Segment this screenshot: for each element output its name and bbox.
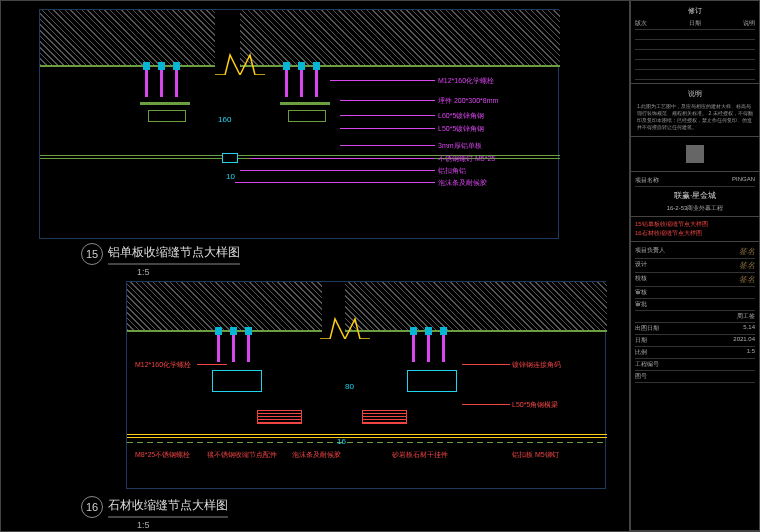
concrete-hatch	[240, 10, 560, 65]
row-label: 图号	[635, 372, 647, 381]
row-val: 2021.04	[733, 336, 755, 345]
anchor-bolt	[427, 327, 430, 362]
detail-number-badge: 16	[81, 496, 103, 518]
rev-col: 版次	[635, 19, 647, 28]
revision-header: 修订	[635, 4, 755, 18]
dim-160: 160	[218, 115, 231, 124]
anchor-bolt	[145, 62, 148, 97]
anchor-bolt	[412, 327, 415, 362]
notes-text: 1.此图为工艺图中，及应与相应的建材大样、标高与现行装饰规范、规程相关标准。 2…	[635, 101, 755, 133]
leader-line	[340, 128, 435, 129]
concrete-hatch	[40, 10, 215, 65]
angle-steel	[148, 110, 186, 122]
detail-number-badge: 15	[81, 243, 103, 265]
anchor-bolt	[300, 62, 303, 97]
revision-block: 修订 版次日期说明	[631, 1, 759, 84]
aluminum-panel	[40, 155, 222, 159]
leader-line	[235, 182, 435, 183]
break-line-icon	[215, 50, 265, 75]
joint-sealant	[222, 153, 238, 163]
leader-line	[250, 158, 435, 159]
detail-16-scale: 1:5	[137, 520, 150, 530]
detail-16-frame: 80 16 M12*160化学螺栓 M8*25不锈钢螺栓 毯不锈钢收缩节点配件 …	[126, 281, 606, 489]
label-bolt: M12*160化学螺栓	[438, 76, 494, 86]
embed-plate	[140, 102, 190, 105]
steel-bracket	[212, 370, 262, 392]
dim-10: 10	[226, 172, 235, 181]
detail-15-scale: 1:5	[137, 267, 150, 277]
label-r-2: 铝扣板 M5铆钉	[512, 450, 559, 460]
anchor-bolt	[217, 327, 220, 362]
label-embed: 埋件 200*300*8mm	[438, 96, 498, 106]
label-l-2: 毯不锈钢收缩节点配件	[207, 450, 277, 460]
project-label: 项目名称	[635, 176, 659, 185]
leader-line	[197, 364, 227, 365]
drawing-title-block: 15铝单板收缩缝节点大样图 16石材收缩缝节点大样图	[631, 217, 759, 242]
project-block: 项目名称PINGAN 联赢·星金城 16-2-53商业外幕工程	[631, 172, 759, 217]
label-l-1: M8*25不锈钢螺栓	[135, 450, 190, 460]
detail-15-title-row: 15 铝单板收缩缝节点大样图	[81, 243, 240, 265]
anchor-bolt	[175, 62, 178, 97]
drawing-canvas: 160 10 M12*160化学螺栓 埋件 200*300*8mm L60*5镀…	[0, 0, 630, 532]
angle-steel	[288, 110, 326, 122]
slab-edge	[127, 330, 322, 332]
anchor-bolt	[442, 327, 445, 362]
break-line-icon	[320, 314, 370, 339]
row-val: 5.14	[743, 324, 755, 333]
notes-title: 说明	[635, 87, 755, 101]
anchor-bolt	[247, 327, 250, 362]
row-val: 1:5	[747, 348, 755, 357]
stone-line	[127, 434, 607, 438]
leader-line	[340, 100, 435, 101]
title-block: 修订 版次日期说明 说明 1.此图为工艺图中，及应与相应的建材大样、标高与现行装…	[630, 0, 760, 532]
signature-block: 项目负责人签名 设计签名 校核签名 审核 审批 周工签 出图日期5.14 日期2…	[631, 242, 759, 531]
row-label: 比例	[635, 348, 647, 357]
dim-80: 80	[345, 382, 354, 391]
detail-16-title-row: 16 石材收缩缝节点大样图	[81, 496, 228, 518]
row-label: 出图日期	[635, 324, 659, 333]
company-logo-icon	[686, 145, 704, 163]
label-screw: 不锈钢螺钉 M5*25	[438, 154, 495, 164]
detail-15-frame: 160 10 M12*160化学螺栓 埋件 200*300*8mm L60*5镀…	[39, 9, 559, 239]
leader-line	[240, 170, 435, 171]
anchor-bolt	[285, 62, 288, 97]
project-sub: 16-2-53商业外幕工程	[635, 204, 755, 213]
row-label: 项目负责人	[635, 246, 665, 257]
centerline	[127, 442, 607, 443]
leader-line	[462, 364, 510, 365]
project-name: PINGAN	[732, 176, 755, 185]
label-clip: 铝扣角铝	[438, 166, 466, 176]
embed-plate	[280, 102, 330, 105]
label-l-0: M12*160化学螺栓	[135, 360, 191, 370]
stone-panel	[362, 410, 407, 424]
detail-15-title: 铝单板收缩缝节点大样图	[108, 244, 240, 265]
row-label: 日期	[635, 336, 647, 345]
label-sealant: 泡沫条及耐候胶	[438, 178, 487, 188]
stone-panel	[257, 410, 302, 424]
leader-line	[462, 404, 510, 405]
label-r-0: 镀锌钢连接角码	[512, 360, 561, 370]
label-r-3: 砂岩板石材干挂件	[392, 450, 448, 460]
slab-edge	[345, 330, 607, 332]
drawing-title-2: 16石材收缩缝节点大样图	[635, 229, 755, 238]
signature-icon: 签名	[739, 246, 755, 257]
rev-col: 日期	[689, 19, 701, 28]
row-label: 校核	[635, 274, 647, 285]
label-l-3: 泡沫条及耐候胶	[292, 450, 341, 460]
label-angle50: L50*5镀锌角钢	[438, 124, 484, 134]
concrete-hatch	[127, 282, 322, 330]
company-logo-box	[631, 137, 759, 172]
signature-icon: 签名	[739, 274, 755, 285]
anchor-bolt	[232, 327, 235, 362]
row-label: 审核	[635, 288, 647, 297]
anchor-bolt	[315, 62, 318, 97]
leader-line	[340, 145, 435, 146]
project-title: 联赢·星金城	[635, 187, 755, 204]
leader-line	[330, 80, 435, 81]
label-panel: 3mm厚铝单板	[438, 141, 482, 151]
rev-col: 说明	[743, 19, 755, 28]
signature-icon: 签名	[739, 260, 755, 271]
row-label: 设计	[635, 260, 647, 271]
concrete-hatch	[345, 282, 607, 330]
detail-16-title: 石材收缩缝节点大样图	[108, 497, 228, 518]
